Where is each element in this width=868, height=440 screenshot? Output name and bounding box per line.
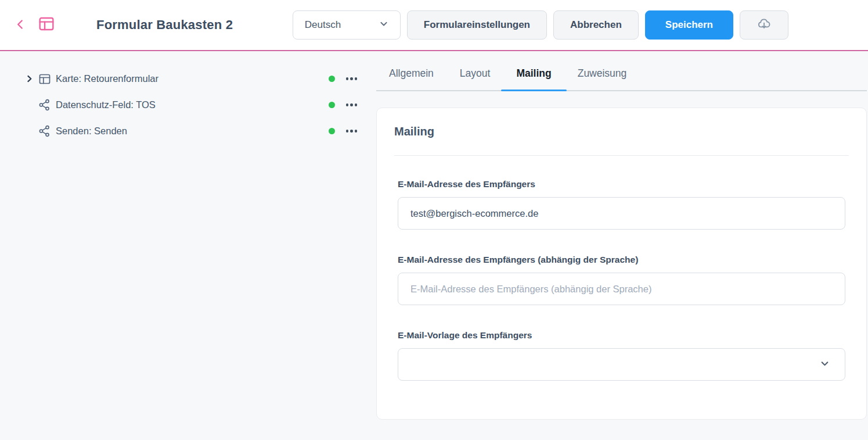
tree-item-label: Senden: Senden [56,126,127,137]
tab-zuweisung[interactable]: Zuweisung [578,66,627,81]
tab-layout[interactable]: Layout [460,66,491,81]
tree-item-senden-senden[interactable]: Senden: Senden [0,118,376,144]
tree-item-karte-retourenformular[interactable]: Karte: Retourenformular [0,66,376,92]
field-label: E-Mail-Adresse des Empfängers (abhängig … [398,255,845,265]
share-nodes-icon [38,124,52,138]
recipient-email-template-select[interactable] [398,348,845,381]
cloud-download-icon [757,16,772,34]
language-select-value: Deutsch [305,19,341,31]
tab-mailing[interactable]: Mailing [516,66,551,81]
header-actions: Deutsch Formulareinstellungen Abbrechen … [293,10,788,40]
status-dot [329,128,335,134]
tree-item-label: Karte: Retourenformular [56,73,159,84]
recipient-email-template-field-group: E-Mail-Vorlage des Empfängers [398,330,845,381]
chevron-down-icon [378,18,390,33]
ellipsis-icon[interactable] [346,101,358,109]
status-dot [329,76,335,82]
export-button[interactable] [740,10,788,40]
chevron-down-icon [819,357,831,372]
element-tree-sidebar: Karte: Retourenformular Datenschutz-Feld… [0,51,376,439]
field-label: E-Mail-Adresse des Empfängers [398,179,845,189]
tab-allgemein[interactable]: Allgemein [389,66,434,81]
cancel-button[interactable]: Abbrechen [553,10,639,40]
ellipsis-icon[interactable] [346,127,358,135]
language-select[interactable]: Deutsch [293,10,401,40]
field-label: E-Mail-Vorlage des Empfängers [398,330,845,341]
ellipsis-icon[interactable] [346,75,358,83]
page-title: Formular Baukasten 2 [96,17,233,33]
mailing-card-body: E-Mail-Adresse des Empfängers E-Mail-Adr… [377,156,866,419]
recipient-email-by-language-input[interactable] [398,273,845,305]
status-dot [329,102,335,108]
chevron-right-icon[interactable] [24,74,38,84]
tree-item-label: Datenschutz-Feld: TOS [56,99,156,110]
settings-panel: Allgemein Layout Mailing Zuweisung Maili… [376,51,868,439]
card-title: Mailing [394,125,849,138]
card-icon [38,72,52,86]
back-button[interactable] [13,17,28,34]
form-settings-button[interactable]: Formulareinstellungen [407,10,547,40]
save-button[interactable]: Speichern [645,10,733,40]
recipient-email-input[interactable] [398,197,845,230]
recipient-email-by-language-field-group: E-Mail-Adresse des Empfängers (abhängig … [398,255,845,305]
app-header: Formular Baukasten 2 Deutsch Formularein… [0,0,868,51]
tree-item-datenschutz-feld-tos[interactable]: Datenschutz-Feld: TOS [0,92,376,118]
form-builder-icon [37,15,56,35]
recipient-email-field-group: E-Mail-Adresse des Empfängers [398,179,845,230]
mailing-card: Mailing E-Mail-Adresse des Empfängers E-… [376,108,867,420]
main-area: Karte: Retourenformular Datenschutz-Feld… [0,51,868,439]
settings-tabs: Allgemein Layout Mailing Zuweisung [376,51,867,91]
share-nodes-icon [38,98,52,112]
back-icon [13,17,28,34]
mailing-card-header: Mailing [377,108,866,156]
